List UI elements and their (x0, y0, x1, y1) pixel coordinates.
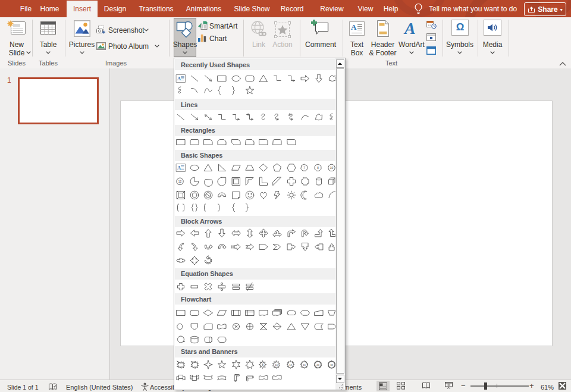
svg-text:7: 7 (303, 167, 305, 170)
svg-text:12: 12 (178, 180, 181, 183)
svg-text:A: A (177, 165, 181, 171)
svg-text:24: 24 (316, 363, 319, 366)
svg-text:10: 10 (330, 167, 334, 170)
svg-text:A: A (177, 76, 181, 81)
svg-text:16: 16 (303, 363, 306, 366)
svg-text:A: A (351, 23, 357, 32)
svg-text:32: 32 (331, 363, 334, 366)
svg-text:10: 10 (275, 363, 278, 366)
svg-text:8: 8 (317, 167, 319, 170)
svg-text:8: 8 (262, 363, 263, 366)
svg-text:12: 12 (289, 363, 292, 366)
svg-text:A: A (403, 20, 416, 36)
